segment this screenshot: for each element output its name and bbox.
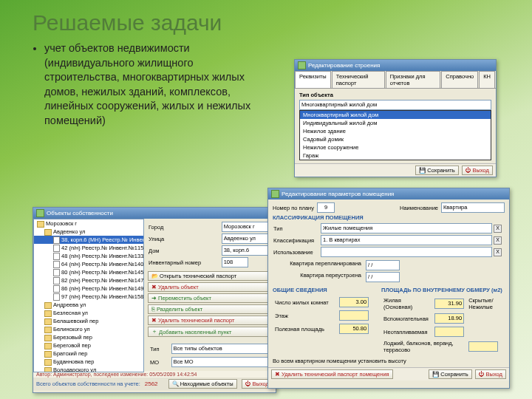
folder-icon	[44, 310, 52, 317]
floor-field[interactable]	[339, 310, 369, 321]
street-label: Улица	[148, 233, 221, 245]
name-label: Наименование	[400, 205, 438, 211]
filter-mo-label: МО	[149, 356, 169, 368]
tab-spravka[interactable]: Справочно	[441, 71, 478, 88]
city-field[interactable]: Морозовск г	[222, 222, 271, 232]
dropdown-option[interactable]: Многоквартирный жилой дом	[300, 111, 491, 119]
tree-item[interactable]: 82 (п/н) Реестр.№ Инвент.№147	[34, 276, 143, 284]
filter-mo-field[interactable]: Все МО	[171, 357, 270, 367]
doc-icon	[53, 269, 60, 276]
delete-object-button[interactable]: ✖ Удалить объект	[148, 282, 272, 292]
tree-item[interactable]: 86 (п/н) Реестр.№ Инвент.№149	[34, 284, 143, 293]
exit-button[interactable]: ⏻ Выход	[462, 166, 493, 175]
tree-item-selected[interactable]: 38, корп.6 (МН) Реестр.№ Инвент.№108	[34, 236, 143, 244]
object-type-field[interactable]: Многоквартирный жилой дом	[299, 100, 491, 110]
folder-icon	[44, 335, 52, 341]
status-author-line: Автор: Администратор, последнее изменени…	[33, 371, 276, 378]
name-field[interactable]: Квартира	[441, 202, 505, 213]
tree-item[interactable]: 97 (п/н) Реестр.№ Инвент.№158	[34, 293, 143, 301]
filter-type-field[interactable]: Все типы объектов	[171, 344, 270, 354]
tree-street[interactable]: Братский пер	[34, 349, 143, 358]
tree-street[interactable]: Береговой пер	[34, 341, 143, 349]
tab-signs[interactable]: Признаки для отчетов	[386, 71, 441, 88]
titlebar[interactable]: Редактирование параметров помещения	[268, 188, 509, 200]
class-field[interactable]: 1. В квартирах	[321, 235, 492, 245]
titlebar[interactable]: Объекты собственности	[33, 208, 276, 219]
save-button[interactable]: 💾 Сохранить	[429, 369, 471, 379]
find-objects-button[interactable]: 🔍 Находимые объекты	[168, 379, 237, 389]
open-techpassport-button[interactable]: 📂 Открыть технический паспорт	[148, 271, 272, 281]
area-aux-label: Вспомогательная	[383, 313, 432, 324]
area-header: ПЛОЩАДЬ ПО ВНУТРЕННЕМУ ОБМЕРУ (м2)	[381, 287, 505, 293]
tree-street[interactable]: Авдеенко ул	[34, 228, 143, 236]
inv-field[interactable]: 108	[222, 257, 248, 267]
tab-rekvizity[interactable]: Реквизиты	[295, 71, 331, 88]
tree-street[interactable]: Буданновка пер	[34, 358, 143, 366]
type-field[interactable]: Жилые помещения	[321, 223, 492, 233]
area-living-field[interactable]: 31.90	[434, 299, 464, 309]
doc-icon	[53, 253, 60, 260]
window-room-params: Редактирование параметров помещения Номе…	[267, 188, 510, 389]
replan-field[interactable]: / /	[366, 260, 400, 270]
dropdown-option[interactable]: Гараж	[300, 151, 491, 160]
split-object-button[interactable]: ⎘ Разделить объект	[148, 304, 272, 314]
usable-field[interactable]: 50.80	[339, 324, 369, 334]
tree-street[interactable]: Белинского ул	[34, 325, 143, 333]
classification-header: КЛАССИФИКАЦИЯ ПОМЕЩЕНИЯ	[273, 214, 505, 221]
address-tree[interactable]: Морозовск г Авдеенко ул 38, корп.6 (МН) …	[33, 219, 144, 372]
move-object-button[interactable]: ➜ Переместить объект	[148, 293, 272, 303]
tab-kn[interactable]: КН	[479, 71, 495, 88]
common-header: ОБЩИЕ СВЕДЕНИЯ	[273, 287, 375, 293]
doc-icon	[53, 245, 60, 252]
save-button[interactable]: 💾 Сохранить	[415, 166, 458, 175]
tree-street[interactable]: Белашевский пер	[34, 317, 143, 325]
type-label: Тип	[273, 222, 320, 234]
doc-icon	[53, 285, 60, 293]
dropdown-option[interactable]: Нежилое здание	[300, 127, 491, 135]
house-label: Дом	[148, 245, 221, 256]
area-heat-field[interactable]	[434, 327, 464, 337]
tree-item[interactable]: 48 (п/н) Реестр.№ Инвент.№133	[34, 252, 143, 260]
dropdown-option[interactable]: Индивидуальный жилой дом	[300, 119, 491, 127]
tree-item[interactable]: 64 (п/н) Реестр.№ Инвент.№140	[34, 260, 143, 268]
clear-button[interactable]: X	[494, 248, 502, 256]
inv-label: Инвентарный номер	[148, 256, 221, 268]
city-label: Город	[148, 221, 221, 233]
tree-street[interactable]: Андреева ул	[34, 301, 143, 309]
area-living-label: Жилая (Основная)	[383, 296, 432, 311]
plan-num-field[interactable]: 9	[317, 202, 335, 213]
tree-root[interactable]: Морозовск г	[34, 219, 143, 228]
use-field[interactable]	[321, 247, 492, 257]
exit-button[interactable]: ⏻ Выход	[475, 369, 506, 379]
tab-strip: Реквизиты Технический паспорт Признаки д…	[295, 71, 496, 89]
titlebar[interactable]: Редактирование строения	[295, 60, 496, 71]
rooms-field[interactable]: 3.00	[339, 297, 369, 307]
window-objects: Объекты собственности Морозовск г Авдеен…	[33, 207, 276, 393]
doc-icon	[53, 236, 60, 244]
plan-num-label: Номер по плану	[273, 205, 314, 211]
dropdown-option[interactable]: Садовый домик	[300, 135, 491, 143]
delete-techpassport-button[interactable]: ✖ Удалить технический паспорт	[148, 316, 272, 325]
use-label: Использование	[273, 246, 320, 258]
object-type-label: Тип объекта	[299, 92, 491, 98]
tab-techpassport[interactable]: Технический паспорт	[332, 71, 385, 88]
house-field[interactable]: 38, корп.6	[222, 245, 271, 256]
tree-street[interactable]: Безлесная ул	[34, 309, 143, 317]
clear-button[interactable]: X	[494, 225, 502, 233]
tree-street[interactable]: Березовый пер	[34, 333, 143, 341]
dropdown-option[interactable]: Нежилое сооружение	[300, 143, 491, 151]
object-type-dropdown[interactable]: Многоквартирный жилой дом Индивидуальный…	[299, 110, 491, 160]
reorg-field[interactable]: / /	[366, 272, 400, 282]
street-field[interactable]: Авдеенко ул	[222, 233, 271, 244]
add-settlement-button[interactable]: ＋ Добавить населенный пункт	[148, 327, 272, 337]
clear-button[interactable]: X	[494, 236, 502, 245]
tree-item[interactable]: 42 (п/н) Реестр.№ Инвент.№115	[34, 244, 143, 252]
reorg-label: Квартира переустроена	[273, 272, 361, 282]
tree-item[interactable]: 80 (п/н) Реестр.№ Инвент.№145	[34, 268, 143, 276]
floor-label: Этаж	[274, 310, 337, 321]
area-other-field[interactable]	[468, 341, 498, 352]
area-aux-field[interactable]: 18.90	[434, 313, 464, 324]
rooms-label: Число жилых комнат	[274, 296, 337, 308]
filter-type-label: Тип	[149, 343, 169, 355]
delete-room-techpassport-button[interactable]: ✖ Удалить технический паспорт помещения	[271, 369, 393, 379]
